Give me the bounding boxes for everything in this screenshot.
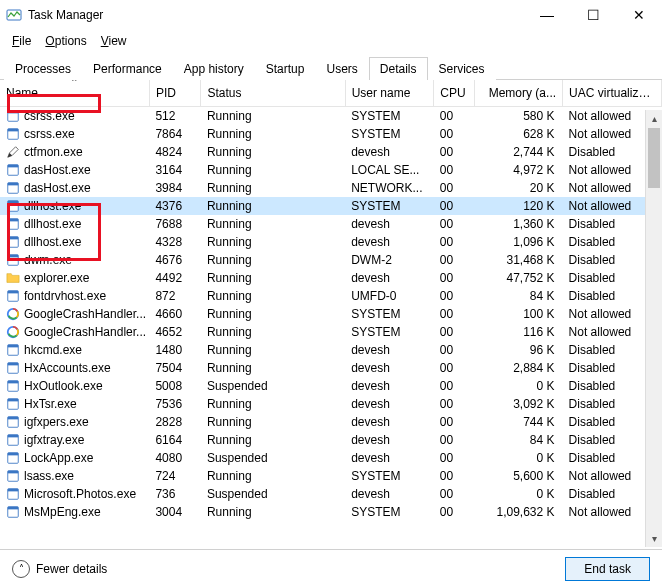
generic-icon (6, 289, 20, 303)
process-pid: 512 (149, 107, 201, 125)
fewer-details-toggle[interactable]: ˄ Fewer details (12, 560, 107, 578)
table-row[interactable]: igfxpers.exe2828Runningdevesh00744 KDisa… (0, 413, 662, 431)
scroll-up-arrow[interactable]: ▴ (646, 110, 662, 127)
menu-options[interactable]: Options (39, 32, 92, 50)
vertical-scrollbar[interactable]: ▴ ▾ (645, 110, 662, 547)
process-memory: 5,600 K (475, 467, 563, 485)
process-cpu: 00 (434, 449, 475, 467)
table-row[interactable]: dasHost.exe3164RunningLOCAL SE...004,972… (0, 161, 662, 179)
table-row[interactable]: hkcmd.exe1480Runningdevesh0096 KDisabled (0, 341, 662, 359)
minimize-button[interactable]: — (524, 0, 570, 30)
table-row[interactable]: Microsoft.Photos.exe736Suspendeddevesh00… (0, 485, 662, 503)
table-row[interactable]: csrss.exe512RunningSYSTEM00580 KNot allo… (0, 107, 662, 125)
tab-users[interactable]: Users (315, 57, 368, 80)
menu-view[interactable]: View (95, 32, 133, 50)
process-cpu: 00 (434, 323, 475, 341)
svg-rect-10 (8, 200, 19, 203)
generic-icon (6, 379, 20, 393)
column-header-uac[interactable]: UAC virtualizat... (563, 80, 662, 107)
table-row[interactable]: dwm.exe4676RunningDWM-20031,468 KDisable… (0, 251, 662, 269)
column-header-memory[interactable]: Memory (a... (475, 80, 563, 107)
generic-icon (6, 181, 20, 195)
column-header-user[interactable]: User name (345, 80, 434, 107)
chevron-up-icon: ˄ (12, 560, 30, 578)
process-cpu: 00 (434, 125, 475, 143)
process-memory: 0 K (475, 377, 563, 395)
process-user: NETWORK... (345, 179, 434, 197)
table-row[interactable]: fontdrvhost.exe872RunningUMFD-00084 KDis… (0, 287, 662, 305)
table-row[interactable]: lsass.exe724RunningSYSTEM005,600 KNot al… (0, 467, 662, 485)
table-row[interactable]: HxAccounts.exe7504Runningdevesh002,884 K… (0, 359, 662, 377)
process-user: devesh (345, 431, 434, 449)
column-header-cpu[interactable]: CPU (434, 80, 475, 107)
process-status: Running (201, 125, 345, 143)
column-header-name[interactable]: Name (0, 80, 149, 107)
svg-rect-30 (8, 416, 19, 419)
table-row[interactable]: GoogleCrashHandler...4652RunningSYSTEM00… (0, 323, 662, 341)
table-row[interactable]: dllhost.exe4376RunningSYSTEM00120 KNot a… (0, 197, 662, 215)
column-header-status[interactable]: Status (201, 80, 345, 107)
tab-performance[interactable]: Performance (82, 57, 173, 80)
process-table: Name PID Status User name CPU Memory (a.… (0, 80, 662, 521)
process-user: devesh (345, 269, 434, 287)
table-row[interactable]: LockApp.exe4080Suspendeddevesh000 KDisab… (0, 449, 662, 467)
tab-details[interactable]: Details (369, 57, 428, 80)
process-name: dllhost.exe (24, 235, 81, 249)
table-row[interactable]: csrss.exe7864RunningSYSTEM00628 KNot all… (0, 125, 662, 143)
table-row[interactable]: MsMpEng.exe3004RunningSYSTEM001,09,632 K… (0, 503, 662, 521)
table-row[interactable]: dllhost.exe7688Runningdevesh001,360 KDis… (0, 215, 662, 233)
process-user: UMFD-0 (345, 287, 434, 305)
process-user: devesh (345, 233, 434, 251)
process-user: SYSTEM (345, 467, 434, 485)
process-status: Running (201, 179, 345, 197)
close-button[interactable]: ✕ (616, 0, 662, 30)
generic-icon (6, 361, 20, 375)
process-cpu: 00 (434, 215, 475, 233)
tab-processes[interactable]: Processes (4, 57, 82, 80)
table-row[interactable]: dasHost.exe3984RunningNETWORK...0020 KNo… (0, 179, 662, 197)
process-status: Running (201, 269, 345, 287)
scroll-thumb[interactable] (648, 128, 660, 188)
folder-icon (6, 271, 20, 285)
menu-file[interactable]: File (6, 32, 37, 50)
table-row[interactable]: igfxtray.exe6164Runningdevesh0084 KDisab… (0, 431, 662, 449)
tab-bar: ProcessesPerformanceApp historyStartupUs… (0, 56, 662, 80)
table-row[interactable]: HxOutlook.exe5008Suspendeddevesh000 KDis… (0, 377, 662, 395)
process-memory: 20 K (475, 179, 563, 197)
process-memory: 2,884 K (475, 359, 563, 377)
process-pid: 872 (149, 287, 201, 305)
process-status: Running (201, 215, 345, 233)
svg-rect-6 (8, 164, 19, 167)
table-row[interactable]: explorer.exe4492Runningdevesh0047,752 KD… (0, 269, 662, 287)
process-status: Running (201, 233, 345, 251)
svg-rect-16 (8, 254, 19, 257)
generic-icon (6, 253, 20, 267)
process-name: GoogleCrashHandler... (24, 325, 146, 339)
process-status: Suspended (201, 377, 345, 395)
tab-services[interactable]: Services (428, 57, 496, 80)
svg-rect-24 (8, 362, 19, 365)
table-row[interactable]: GoogleCrashHandler...4660RunningSYSTEM00… (0, 305, 662, 323)
end-task-button[interactable]: End task (565, 557, 650, 581)
process-status: Suspended (201, 485, 345, 503)
process-pid: 3004 (149, 503, 201, 521)
tab-startup[interactable]: Startup (255, 57, 316, 80)
fewer-details-label: Fewer details (36, 562, 107, 576)
generic-icon (6, 343, 20, 357)
scroll-down-arrow[interactable]: ▾ (646, 530, 662, 547)
svg-rect-34 (8, 452, 19, 455)
table-row[interactable]: dllhost.exe4328Runningdevesh001,096 KDis… (0, 233, 662, 251)
process-name: dasHost.exe (24, 163, 91, 177)
process-user: SYSTEM (345, 197, 434, 215)
process-user: SYSTEM (345, 125, 434, 143)
column-header-pid[interactable]: PID (149, 80, 201, 107)
process-memory: 1,096 K (475, 233, 563, 251)
tab-app-history[interactable]: App history (173, 57, 255, 80)
process-pid: 4660 (149, 305, 201, 323)
maximize-button[interactable]: ☐ (570, 0, 616, 30)
table-row[interactable]: HxTsr.exe7536Runningdevesh003,092 KDisab… (0, 395, 662, 413)
process-memory: 3,092 K (475, 395, 563, 413)
process-cpu: 00 (434, 251, 475, 269)
process-memory: 84 K (475, 431, 563, 449)
table-row[interactable]: ctfmon.exe4824Runningdevesh002,744 KDisa… (0, 143, 662, 161)
